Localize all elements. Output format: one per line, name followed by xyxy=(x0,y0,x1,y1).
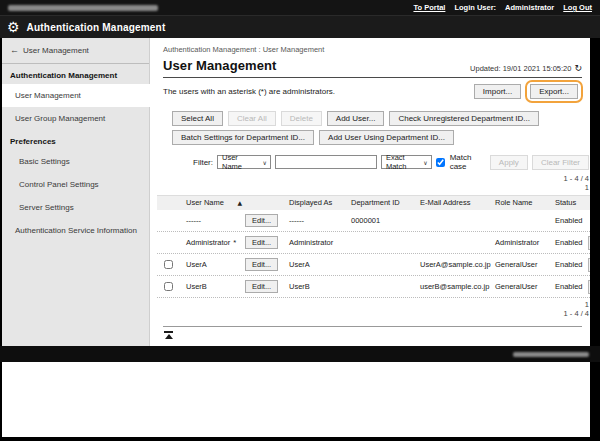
cell-role-name: GeneralUser xyxy=(488,282,548,291)
cell-user-name: UserA xyxy=(186,260,207,269)
sidebar-section-authentication-management: Authentication Management xyxy=(2,64,149,84)
app-title: Authentication Management xyxy=(27,22,166,33)
filter-label: Filter: xyxy=(193,158,213,167)
back-arrow-icon: ← xyxy=(10,46,19,55)
page-title: User Management xyxy=(163,58,276,73)
sidebar-back-user-management[interactable]: ← User Management xyxy=(2,38,149,64)
header-status: Status xyxy=(548,198,586,207)
cell-email: userB@sample.co.jp xyxy=(410,282,488,291)
edit-button[interactable]: Edit... xyxy=(245,258,278,271)
cell-role-name: Administrator xyxy=(488,238,548,247)
filter-match-value: Exact Match xyxy=(386,153,419,171)
refresh-icon[interactable]: ↻ xyxy=(574,63,582,73)
edit-button[interactable]: Edit... xyxy=(245,280,278,293)
cell-role-name: GeneralUser xyxy=(488,260,548,269)
empty-page-area xyxy=(2,362,590,437)
filter-match-select[interactable]: Exact Match ∨ xyxy=(381,155,432,169)
chevron-down-icon: ∨ xyxy=(423,159,427,166)
table-row: UserA Edit... UserA UserA@sample.co.jp G… xyxy=(157,254,590,276)
cell-email: UserA@sample.co.jp xyxy=(410,260,488,269)
redacted-copyright xyxy=(513,352,589,357)
cell-status: Enabled xyxy=(548,282,586,291)
edit-button[interactable]: Edit... xyxy=(245,236,278,249)
edit-button[interactable]: Edit... xyxy=(245,214,278,227)
sidebar-item-control-panel-settings[interactable]: Control Panel Settings xyxy=(2,173,149,196)
check-unregistered-department-id-button[interactable]: Check Unregistered Department ID... xyxy=(389,111,539,126)
table-row: ------ Edit... ------ 0000001 Enabled xyxy=(157,210,590,232)
browser-viewport: To Portal Login User: Administrator Log … xyxy=(0,0,600,441)
app-header-bar: ⚙ Authentication Management xyxy=(0,15,600,38)
cell-user-name: Administrator xyxy=(186,238,230,247)
cell-status: Enabled xyxy=(548,216,586,225)
log-out-link[interactable]: Log Out xyxy=(563,3,592,12)
add-user-using-department-id-button[interactable]: Add User Using Department ID... xyxy=(319,130,454,145)
cell-status: Enabled xyxy=(548,260,586,269)
export-button[interactable]: Export... xyxy=(530,84,578,99)
footer-bar xyxy=(0,346,600,362)
page-number-bottom: 1 xyxy=(163,300,589,309)
to-portal-link[interactable]: To Portal xyxy=(413,3,445,12)
table-row: UserB Edit... UserB userB@sample.co.jp G… xyxy=(157,276,590,298)
result-range-top: 1 - 4 / 4 xyxy=(163,174,589,183)
header-displayed-as: Displayed As xyxy=(282,198,344,207)
filter-field-select[interactable]: User Name ∨ xyxy=(217,155,271,169)
clear-all-button[interactable]: Clear All xyxy=(228,111,276,126)
result-range-bottom: 1 - 4 / 4 xyxy=(163,309,589,318)
filter-keyword-input[interactable] xyxy=(275,155,377,169)
admin-asterisk-note: The users with an asterisk (*) are admin… xyxy=(163,87,335,96)
sidebar-item-basic-settings[interactable]: Basic Settings xyxy=(2,150,149,173)
delete-button[interactable]: Delete xyxy=(281,111,322,126)
cutoff-button-fragment[interactable] xyxy=(588,236,590,250)
cell-displayed-as: Administrator xyxy=(282,238,344,247)
bottom-divider xyxy=(163,326,582,327)
cell-user-name: UserB xyxy=(186,282,207,291)
cell-status: Enabled xyxy=(548,238,586,247)
chevron-down-icon: ∨ xyxy=(262,159,266,166)
title-divider xyxy=(163,77,582,78)
batch-settings-department-id-button[interactable]: Batch Settings for Department ID... xyxy=(172,130,314,145)
device-info-bar: To Portal Login User: Administrator Log … xyxy=(0,0,600,15)
header-user-name: User Name xyxy=(186,198,224,207)
filter-field-value: User Name xyxy=(222,153,258,171)
sort-ascending-icon[interactable]: ▲ xyxy=(237,199,242,206)
apply-button[interactable]: Apply xyxy=(490,155,528,170)
updated-timestamp: Updated: 19/01 2021 15:05:20 xyxy=(470,64,571,73)
row-checkbox[interactable] xyxy=(164,282,173,291)
cutoff-button-fragment[interactable] xyxy=(588,258,590,272)
match-case-checkbox[interactable] xyxy=(436,158,445,167)
login-user-value: Administrator xyxy=(505,3,554,12)
page-number-top: 1 xyxy=(163,183,589,192)
header-role-name: Role Name xyxy=(488,198,548,207)
admin-asterisk: * xyxy=(233,238,236,247)
import-button[interactable]: Import... xyxy=(474,84,521,99)
cutoff-button-fragment[interactable] xyxy=(588,280,590,294)
back-to-top-icon[interactable] xyxy=(164,331,173,339)
sidebar-item-user-management[interactable]: User Management xyxy=(2,84,150,107)
cell-displayed-as: ------ xyxy=(282,216,344,225)
sidebar-item-authentication-service-information[interactable]: Authentication Service Information xyxy=(2,219,149,242)
add-user-button[interactable]: Add User... xyxy=(327,111,385,126)
clear-filter-button[interactable]: Clear Filter xyxy=(532,155,589,170)
sidebar-section-preferences: Preferences xyxy=(2,130,149,150)
sidebar-back-label: User Management xyxy=(23,46,89,55)
page-body: ← User Management Authentication Managem… xyxy=(2,38,590,346)
header-department-id: Department ID xyxy=(344,198,410,207)
sidebar-item-user-group-management[interactable]: User Group Management xyxy=(2,107,149,130)
cell-displayed-as: UserB xyxy=(282,282,344,291)
login-user-label: Login User: xyxy=(454,3,496,12)
table-header-row: User Name ▲ Displayed As Department ID E… xyxy=(157,195,590,210)
table-row: Administrator * Edit... Administrator Ad… xyxy=(157,232,590,254)
cell-user-name: ------ xyxy=(186,216,201,225)
gear-icon: ⚙ xyxy=(7,20,20,34)
sidebar-item-server-settings[interactable]: Server Settings xyxy=(2,196,149,219)
row-checkbox[interactable] xyxy=(164,260,173,269)
breadcrumb: Authentication Management : User Managem… xyxy=(163,45,590,54)
header-email-address: E-Mail Address xyxy=(410,198,488,207)
redacted-device-name xyxy=(8,5,158,11)
sidebar: ← User Management Authentication Managem… xyxy=(2,38,150,346)
match-case-label: Match case xyxy=(450,153,482,171)
user-table: User Name ▲ Displayed As Department ID E… xyxy=(157,195,590,298)
main-content: Authentication Management : User Managem… xyxy=(150,38,590,346)
cell-displayed-as: UserA xyxy=(282,260,344,269)
select-all-button[interactable]: Select All xyxy=(172,111,223,126)
